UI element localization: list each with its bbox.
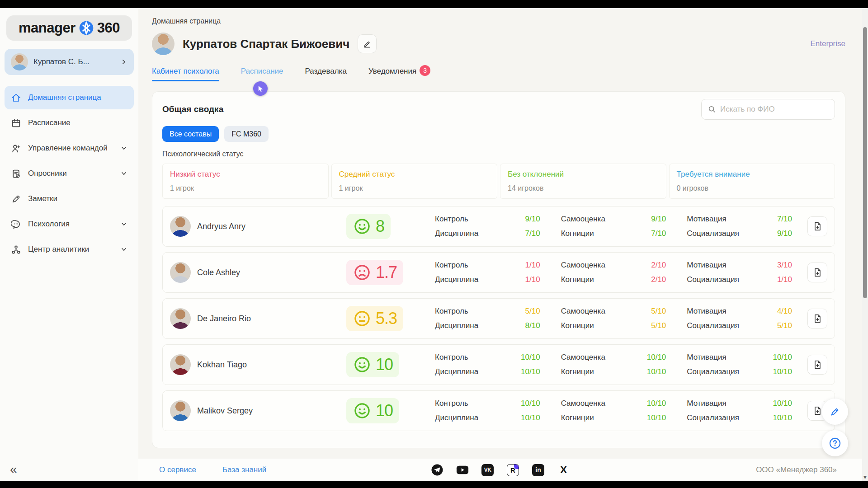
stat: Социализация10/10: [687, 413, 792, 422]
about-service-link[interactable]: О сервисе: [159, 465, 196, 474]
scrollbar-down-arrow[interactable]: ▼: [862, 474, 868, 480]
knowledge-base-link[interactable]: База знаний: [222, 465, 266, 474]
player-report-button[interactable]: [807, 263, 827, 282]
stat: Мотивация3/10: [687, 261, 792, 270]
app-logo: manager 360: [6, 15, 132, 41]
player-identity: Andryus Anry: [170, 216, 346, 237]
sidebar-item-home[interactable]: Домашняя страница: [5, 86, 134, 109]
sidebar-item-schedule[interactable]: Расписание: [5, 111, 134, 135]
filter-fc-m360[interactable]: FC M360: [224, 126, 269, 142]
sidebar-item-analytics[interactable]: Центр аналитики: [5, 238, 134, 261]
search-box[interactable]: [701, 99, 835, 120]
stat-label: Мотивация: [687, 399, 726, 408]
stat-label: Самооценка: [561, 307, 605, 316]
mood-score-value: 10: [376, 355, 393, 374]
sidebar-item-label: Центр аналитики: [28, 245, 89, 254]
player-list: Andryus Anry 8 Контроль9/10: [162, 206, 835, 431]
plan-badge: Enterprise: [811, 39, 845, 48]
stat-label: Самооценка: [561, 353, 605, 362]
player-name: Cole Ashley: [197, 268, 240, 277]
stat: Мотивация4/10: [687, 307, 792, 316]
mood-score-value: 5.3: [376, 309, 397, 328]
player-photo: [170, 216, 191, 237]
stat-value: 10/10: [647, 413, 666, 422]
player-row: Malikov Sergey 10 Контроль10/10: [162, 390, 835, 431]
psych-status-label: Психологический статус: [162, 150, 835, 158]
vertical-scrollbar[interactable]: ▼: [862, 8, 868, 481]
stat: Социализация1/10: [687, 275, 792, 284]
tab-schedule[interactable]: Расписание: [241, 67, 283, 81]
file-add-icon: [812, 406, 822, 416]
happy-face-icon: [353, 355, 372, 374]
tab-notifications[interactable]: Уведомления 3: [368, 67, 430, 81]
telegram-icon[interactable]: [431, 464, 443, 476]
status-count: 14 игроков: [508, 184, 659, 192]
status-title: Низкий статус: [170, 170, 321, 179]
search-input[interactable]: [720, 105, 828, 114]
neutral-face-icon: [353, 309, 372, 328]
marker-icon: [829, 406, 841, 418]
player-name: Andryus Anry: [197, 222, 245, 231]
stat-value: 10/10: [521, 399, 540, 408]
stat-label: Контроль: [435, 353, 468, 362]
rutube-icon[interactable]: R: [507, 464, 519, 476]
tab-psychologist-office[interactable]: Кабинет психолога: [152, 67, 219, 81]
stat: Дисциплина7/10: [435, 229, 540, 238]
sidebar-collapse-button[interactable]: «: [10, 462, 17, 477]
stat-label: Социализация: [687, 321, 739, 330]
stat: Дисциплина10/10: [435, 367, 540, 376]
scrollbar-thumb[interactable]: [863, 27, 867, 298]
pen-icon: [11, 194, 21, 204]
stat-value: 9/10: [651, 215, 666, 224]
sidebar-item-label: Психология: [28, 220, 70, 229]
youtube-icon[interactable]: [456, 464, 469, 476]
file-add-icon: [812, 221, 822, 231]
mood-score: 8: [346, 214, 432, 239]
sidebar-item-notes[interactable]: Заметки: [5, 187, 134, 211]
network-icon: [11, 244, 21, 255]
stat: Когниции5/10: [561, 321, 666, 330]
stat-value: 2/10: [651, 261, 666, 270]
player-report-button[interactable]: [807, 309, 827, 328]
linkedin-icon[interactable]: in: [532, 464, 545, 476]
mood-badge: 8: [346, 214, 391, 239]
stat-label: Мотивация: [687, 307, 726, 316]
tab-label: Расписание: [241, 67, 283, 76]
chevron-down-icon: [120, 246, 127, 253]
filter-all-squads[interactable]: Все составы: [162, 126, 219, 142]
player-row: Kokhan Tiago 10 Контроль10/10: [162, 344, 835, 385]
stat-value: 5/10: [651, 321, 666, 330]
mood-badge: 10: [346, 352, 399, 377]
player-identity: De Janeiro Rio: [170, 308, 346, 329]
survey-icon: [11, 169, 21, 179]
player-report-button[interactable]: [807, 216, 827, 236]
logo-text-360: 360: [97, 20, 120, 36]
sidebar-item-label: Управление командой: [28, 144, 108, 153]
stat-value: 5/10: [525, 307, 540, 316]
stat: Контроль1/10: [435, 261, 540, 270]
stat-value: 10/10: [521, 367, 540, 376]
x-icon[interactable]: X: [557, 464, 570, 476]
stat: Самооценка2/10: [561, 261, 666, 270]
sidebar-item-team[interactable]: Управление командой: [5, 136, 134, 160]
mood-score-value: 10: [376, 401, 393, 420]
stat-label: Дисциплина: [435, 367, 478, 376]
annotate-fab[interactable]: [822, 399, 848, 425]
chevron-down-icon: [120, 221, 127, 228]
stat: Мотивация7/10: [687, 215, 792, 224]
team-icon: [11, 143, 21, 154]
user-profile[interactable]: Курпатов С. Б...: [5, 49, 134, 75]
vk-icon[interactable]: VK: [481, 464, 494, 476]
help-fab[interactable]: [822, 430, 848, 456]
player-report-button[interactable]: [807, 355, 827, 375]
stat: Когниции2/10: [561, 275, 666, 284]
stat: Социализация9/10: [687, 229, 792, 238]
sidebar-item-psychology[interactable]: Психология: [5, 212, 134, 236]
pointer-arrow-icon: [257, 85, 264, 92]
edit-profile-button[interactable]: [358, 34, 377, 53]
stat-label: Контроль: [435, 307, 468, 316]
stat: Дисциплина10/10: [435, 413, 540, 422]
tab-locker-room[interactable]: Раздевалка: [305, 67, 347, 81]
sidebar-item-surveys[interactable]: Опросники: [5, 162, 134, 185]
stat-value: 10/10: [521, 413, 540, 422]
